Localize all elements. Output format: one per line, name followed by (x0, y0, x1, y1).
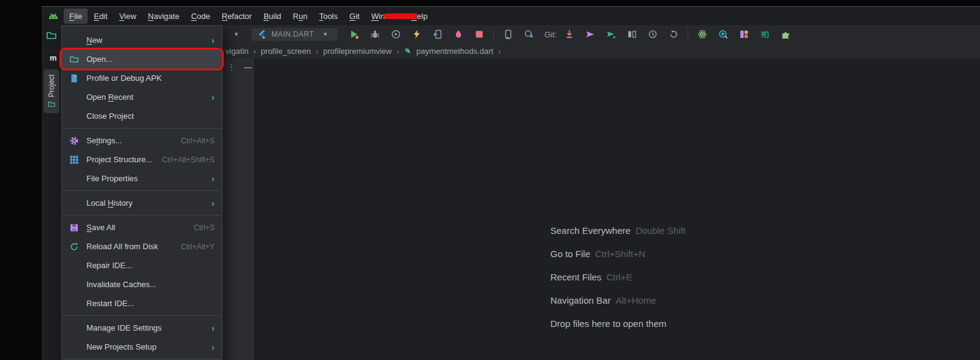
running-devices-button[interactable] (503, 29, 514, 40)
hint-keys: Double Shift (636, 225, 686, 236)
run-config-caret-icon: ▼ (319, 31, 332, 37)
submenu-arrow-icon: › (211, 174, 215, 184)
profile-run-button[interactable] (390, 29, 401, 40)
breadcrumb-item[interactable]: vigatin (226, 47, 249, 56)
device-selector-caret-icon[interactable]: ▼ (230, 31, 243, 37)
menu-item-close-project[interactable]: Close Project (62, 107, 222, 126)
panel-hide-icon[interactable]: — (244, 62, 252, 72)
project-panel: ⋮ — (222, 59, 254, 360)
menu-view[interactable]: View (113, 9, 142, 24)
hot-restart-flame-button[interactable] (453, 29, 464, 40)
stop-button[interactable] (474, 29, 485, 40)
gear-icon (69, 136, 82, 146)
editor-area: Search EverywhereDouble Shift Go to File… (254, 59, 980, 360)
breadcrumb-chevron-icon: › (254, 47, 256, 56)
layout-inspector-button[interactable] (739, 29, 750, 40)
project-folder-icon[interactable] (46, 30, 57, 41)
breadcrumb-chevron-icon: › (397, 47, 399, 56)
hint-keys: Ctrl+Shift+N (595, 249, 645, 259)
folder-icon (48, 100, 56, 108)
menu-bar: File Edit View Navigate Code Refactor Bu… (42, 7, 980, 25)
submenu-arrow-icon: › (211, 342, 215, 352)
git-section-label: Git: (544, 30, 556, 39)
grid-icon (69, 155, 82, 165)
git-push-button[interactable] (585, 29, 596, 40)
menu-item-open[interactable]: Open... (62, 50, 222, 69)
menu-navigate[interactable]: Navigate (142, 9, 184, 24)
menu-separator (63, 215, 221, 216)
menu-item-new[interactable]: New › (62, 31, 222, 50)
menu-item-project-structure[interactable]: Project Structure... Ctrl+Alt+Shift+S (62, 150, 222, 169)
submenu-arrow-icon: › (211, 92, 215, 102)
profiler-button[interactable] (697, 29, 708, 40)
ide-window: File Edit View Navigate Code Refactor Bu… (42, 6, 980, 360)
toolbar-separator (493, 29, 494, 40)
breadcrumb-item[interactable]: profile_screen (261, 47, 311, 56)
folder-icon (69, 54, 82, 64)
breadcrumb-chevron-icon: › (316, 47, 318, 56)
menu-item-local-history[interactable]: Local History › (62, 193, 222, 212)
plugins-button[interactable] (780, 29, 791, 40)
red-annotation-scribble (384, 13, 417, 19)
diff-button[interactable] (626, 29, 637, 40)
hint-label: Search Everywhere (550, 225, 631, 236)
red-annotation-box (59, 48, 224, 70)
submenu-arrow-icon: › (211, 323, 215, 333)
hint-label: Go to File (550, 249, 590, 259)
submenu-arrow-icon: › (211, 36, 215, 45)
history-button[interactable] (647, 29, 658, 40)
menu-tools[interactable]: Tools (314, 9, 343, 24)
menu-item-settings[interactable]: Settings... Ctrl+Alt+S (62, 131, 222, 150)
menu-separator (63, 315, 221, 316)
menu-build[interactable]: Build (258, 9, 287, 24)
submenu-arrow-icon: › (211, 198, 215, 208)
flutter-icon (257, 30, 267, 39)
android-studio-logo-icon (47, 11, 60, 21)
menu-code[interactable]: Code (186, 9, 216, 24)
breadcrumb-chevron-icon: › (498, 47, 501, 56)
menu-edit[interactable]: Edit (88, 9, 113, 24)
breadcrumb-item-current-file[interactable]: paymentmethods.dart (416, 47, 493, 56)
rollback-button[interactable] (668, 29, 679, 40)
debug-button[interactable] (370, 29, 381, 40)
menu-git[interactable]: Git (344, 9, 365, 24)
toolbar-separator (688, 29, 688, 40)
hint-label: Recent Files (550, 272, 601, 282)
project-tab-label: Project (47, 74, 56, 97)
file-menu-popup: New › Open... Profile or Debug APK Open … (61, 25, 222, 360)
menu-item-invalidate-caches[interactable]: Invalidate Caches... (62, 275, 222, 294)
menu-item-repair-ide[interactable]: Repair IDE... (62, 256, 222, 275)
floppy-disk-icon (69, 223, 82, 233)
menu-item-new-projects-setup[interactable]: New Projects Setup › (62, 337, 222, 356)
tool-window-stripe: m Project (42, 25, 61, 360)
menu-item-profile-or-debug-apk[interactable]: Profile or Debug APK (62, 69, 222, 88)
attach-debugger-button[interactable] (432, 29, 443, 40)
run-config-label: MAIN.DART (272, 30, 314, 39)
apk-file-icon (69, 73, 82, 83)
menu-separator (63, 128, 221, 129)
menu-item-file-properties[interactable]: File Properties › (62, 169, 222, 188)
git-commit-button[interactable] (606, 29, 617, 40)
device-manager-button[interactable] (759, 29, 770, 40)
git-update-button[interactable] (564, 29, 575, 40)
hint-label: Navigation Bar (550, 295, 610, 306)
menu-item-open-recent[interactable]: Open Recent › (62, 88, 222, 107)
project-name-initial: m (50, 53, 57, 62)
app-inspection-button[interactable] (718, 29, 729, 40)
menu-run[interactable]: Run (287, 9, 313, 24)
hot-reload-button[interactable] (411, 29, 422, 40)
editor-shortcut-hints: Search EverywhereDouble Shift Go to File… (550, 225, 686, 332)
breadcrumb-item[interactable]: profilepremiumview (323, 47, 392, 56)
run-button[interactable] (349, 29, 360, 40)
menu-item-reload-all-from-disk[interactable]: Reload All from Disk Ctrl+Alt+Y (62, 237, 222, 256)
menu-file[interactable]: File (64, 9, 88, 24)
panel-options-icon[interactable]: ⋮ (227, 62, 235, 72)
menu-refactor[interactable]: Refactor (216, 9, 257, 24)
sync-download-button[interactable] (523, 29, 534, 40)
menu-item-save-all[interactable]: Save All Ctrl+S (62, 218, 222, 237)
project-tool-window-tab[interactable]: Project (44, 69, 59, 113)
menu-item-manage-ide-settings[interactable]: Manage IDE Settings › (62, 318, 222, 337)
menu-item-restart-ide[interactable]: Restart IDE... (62, 294, 222, 313)
run-configuration-selector[interactable]: MAIN.DART ▼ (251, 28, 338, 41)
hint-keys: Ctrl+E (606, 272, 632, 282)
